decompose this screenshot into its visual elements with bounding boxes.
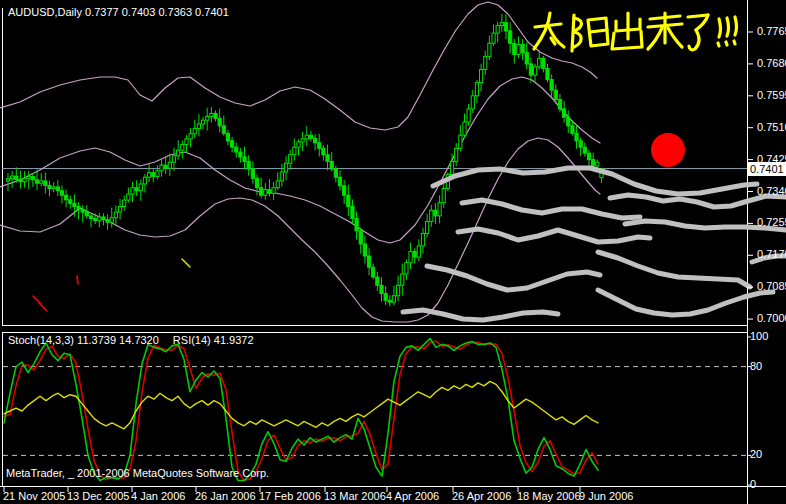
indicator-axis-label: 0 xyxy=(750,478,756,491)
pen-marks xyxy=(33,259,190,311)
price-axis-label: 0.7340 xyxy=(757,185,786,198)
rsi-label: RSI(14) 41.9372 xyxy=(173,334,254,346)
price-axis-label: 0.7000 xyxy=(757,312,786,325)
cloud-drawing[interactable] xyxy=(403,168,786,320)
price-axis-label: 0.7510 xyxy=(757,121,786,134)
candlestick-series xyxy=(6,14,603,306)
indicator-axis-label: 80 xyxy=(750,360,762,373)
price-axis-label: 0.7680 xyxy=(757,57,786,70)
price-axis-label: 0.7085 xyxy=(757,280,786,293)
indicator-axis-label: 20 xyxy=(750,448,762,461)
price-axis-label: 0.7765 xyxy=(757,25,786,38)
watermark: MetaTrader, _ 2001-2006 MetaQuotes Softw… xyxy=(6,467,269,480)
time-axis-label: 4 Jan 2006 xyxy=(131,490,185,503)
stochastic-lines xyxy=(4,338,598,480)
indicator-level-lines xyxy=(3,367,746,456)
time-axis-label: 13 Dec 2005 xyxy=(67,490,129,503)
indicator-title: Stoch(14,3,3) 11.3739 14.7320RSI(14) 41.… xyxy=(8,334,268,347)
current-price-tag: 0.7401 xyxy=(748,162,786,176)
sun-drawing[interactable] xyxy=(651,133,685,167)
price-axis-label: 0.7255 xyxy=(757,216,786,229)
chart-canvas[interactable] xyxy=(0,0,786,504)
axis-ticks xyxy=(4,32,753,492)
indicator-axis-label: 100 xyxy=(750,330,768,343)
price-axis-label: 0.7595 xyxy=(757,89,786,102)
price-axis-label: 0.7170 xyxy=(757,248,786,261)
time-axis-label: 18 May 2006 xyxy=(517,490,581,503)
time-axis-label: 17 Feb 2006 xyxy=(259,490,321,503)
metatrader-window: AUDUSD,Daily 0.7377 0.7403 0.7363 0.7401… xyxy=(0,0,786,504)
time-axis-label: 13 Mar 2006 xyxy=(324,490,386,503)
time-axis-label: 21 Nov 2005 xyxy=(3,490,65,503)
time-axis-label: 26 Jan 2006 xyxy=(195,490,256,503)
chart-title: AUDUSD,Daily 0.7377 0.7403 0.7363 0.7401 xyxy=(8,6,229,19)
time-axis-label: 26 Apr 2006 xyxy=(452,490,511,503)
time-axis-label: 4 Apr 2006 xyxy=(386,490,439,503)
stoch-label: Stoch(14,3,3) 11.3739 14.7320 xyxy=(8,334,159,346)
time-axis-label: 9 Jun 2006 xyxy=(579,490,633,503)
handwritten-caption[interactable] xyxy=(534,13,737,51)
